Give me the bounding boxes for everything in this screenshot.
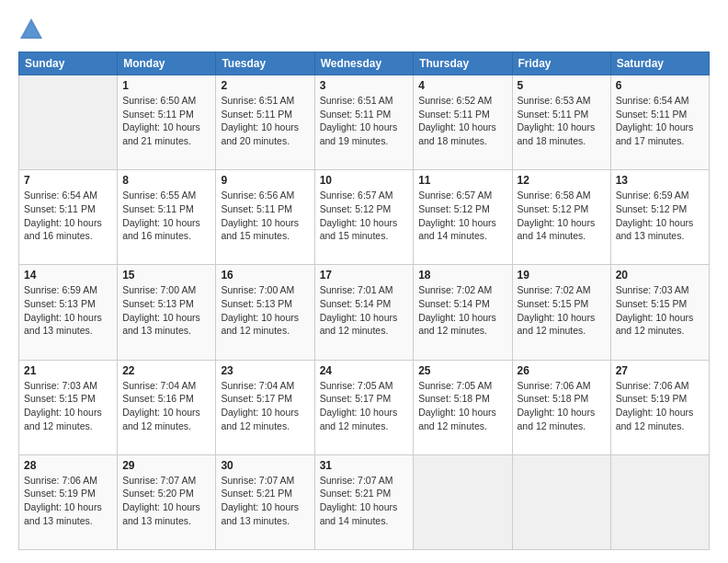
day-info: Sunrise: 7:01 AMSunset: 5:14 PMDaylight:… bbox=[320, 283, 409, 338]
day-cell bbox=[512, 454, 610, 549]
weekday-friday: Friday bbox=[512, 52, 610, 75]
page: SundayMondayTuesdayWednesdayThursdayFrid… bbox=[0, 0, 728, 563]
day-cell: 11Sunrise: 6:57 AMSunset: 5:12 PMDayligh… bbox=[414, 170, 512, 265]
day-info: Sunrise: 7:03 AMSunset: 5:15 PMDaylight:… bbox=[24, 379, 112, 433]
weekday-header-row: SundayMondayTuesdayWednesdayThursdayFrid… bbox=[19, 52, 710, 75]
weekday-tuesday: Tuesday bbox=[216, 52, 314, 75]
day-cell: 26Sunrise: 7:06 AMSunset: 5:18 PMDayligh… bbox=[512, 360, 610, 454]
day-number: 3 bbox=[320, 79, 409, 92]
day-info: Sunrise: 7:05 AMSunset: 5:18 PMDaylight:… bbox=[418, 379, 506, 433]
day-cell: 28Sunrise: 7:06 AMSunset: 5:19 PMDayligh… bbox=[19, 454, 118, 549]
week-row-5: 28Sunrise: 7:06 AMSunset: 5:19 PMDayligh… bbox=[19, 454, 710, 549]
day-number: 15 bbox=[122, 269, 210, 282]
day-number: 8 bbox=[122, 174, 210, 187]
day-number: 25 bbox=[418, 364, 506, 377]
day-info: Sunrise: 6:53 AMSunset: 5:11 PMDaylight:… bbox=[518, 94, 606, 148]
day-info: Sunrise: 6:54 AMSunset: 5:11 PMDaylight:… bbox=[24, 189, 112, 243]
day-info: Sunrise: 6:58 AMSunset: 5:12 PMDaylight:… bbox=[518, 189, 606, 243]
day-cell: 31Sunrise: 7:07 AMSunset: 5:21 PMDayligh… bbox=[314, 454, 414, 549]
day-cell: 30Sunrise: 7:07 AMSunset: 5:21 PMDayligh… bbox=[216, 454, 314, 549]
day-cell: 12Sunrise: 6:58 AMSunset: 5:12 PMDayligh… bbox=[512, 170, 610, 265]
day-info: Sunrise: 6:51 AMSunset: 5:11 PMDaylight:… bbox=[221, 94, 309, 148]
day-cell: 1Sunrise: 6:50 AMSunset: 5:11 PMDaylight… bbox=[118, 75, 216, 170]
day-number: 9 bbox=[221, 174, 309, 187]
day-cell: 10Sunrise: 6:57 AMSunset: 5:12 PMDayligh… bbox=[314, 170, 414, 265]
day-info: Sunrise: 6:57 AMSunset: 5:12 PMDaylight:… bbox=[418, 189, 506, 243]
day-info: Sunrise: 6:50 AMSunset: 5:11 PMDaylight:… bbox=[122, 94, 210, 148]
weekday-sunday: Sunday bbox=[19, 52, 118, 75]
day-number: 10 bbox=[320, 174, 409, 187]
day-info: Sunrise: 7:02 AMSunset: 5:15 PMDaylight:… bbox=[518, 283, 606, 338]
day-cell: 29Sunrise: 7:07 AMSunset: 5:20 PMDayligh… bbox=[118, 454, 216, 549]
day-info: Sunrise: 7:03 AMSunset: 5:15 PMDaylight:… bbox=[616, 283, 704, 338]
day-number: 23 bbox=[221, 364, 309, 377]
weekday-monday: Monday bbox=[118, 52, 216, 75]
day-cell: 16Sunrise: 7:00 AMSunset: 5:13 PMDayligh… bbox=[216, 265, 314, 360]
day-number: 26 bbox=[518, 364, 606, 377]
day-cell: 7Sunrise: 6:54 AMSunset: 5:11 PMDaylight… bbox=[19, 170, 118, 265]
day-cell: 3Sunrise: 6:51 AMSunset: 5:11 PMDaylight… bbox=[314, 75, 414, 170]
day-number: 22 bbox=[122, 364, 210, 377]
day-info: Sunrise: 7:00 AMSunset: 5:13 PMDaylight:… bbox=[221, 283, 309, 338]
day-cell: 14Sunrise: 6:59 AMSunset: 5:13 PMDayligh… bbox=[19, 265, 118, 360]
day-number: 17 bbox=[320, 269, 409, 282]
day-info: Sunrise: 7:04 AMSunset: 5:17 PMDaylight:… bbox=[221, 379, 309, 433]
day-number: 28 bbox=[24, 459, 112, 472]
day-number: 12 bbox=[518, 174, 606, 187]
day-cell: 25Sunrise: 7:05 AMSunset: 5:18 PMDayligh… bbox=[414, 360, 512, 454]
day-cell: 23Sunrise: 7:04 AMSunset: 5:17 PMDayligh… bbox=[216, 360, 314, 454]
day-cell: 8Sunrise: 6:55 AMSunset: 5:11 PMDaylight… bbox=[118, 170, 216, 265]
day-number: 30 bbox=[221, 459, 309, 472]
day-number: 16 bbox=[221, 269, 309, 282]
day-cell: 17Sunrise: 7:01 AMSunset: 5:14 PMDayligh… bbox=[314, 265, 414, 360]
logo bbox=[18, 17, 48, 42]
day-cell: 15Sunrise: 7:00 AMSunset: 5:13 PMDayligh… bbox=[118, 265, 216, 360]
day-info: Sunrise: 6:57 AMSunset: 5:12 PMDaylight:… bbox=[320, 189, 409, 243]
day-cell: 13Sunrise: 6:59 AMSunset: 5:12 PMDayligh… bbox=[610, 170, 709, 265]
day-number: 7 bbox=[24, 174, 112, 187]
day-info: Sunrise: 7:07 AMSunset: 5:21 PMDaylight:… bbox=[221, 474, 309, 528]
day-cell: 27Sunrise: 7:06 AMSunset: 5:19 PMDayligh… bbox=[610, 360, 709, 454]
day-info: Sunrise: 6:56 AMSunset: 5:11 PMDaylight:… bbox=[221, 189, 309, 243]
weekday-saturday: Saturday bbox=[610, 52, 709, 75]
day-number: 13 bbox=[616, 174, 704, 187]
day-info: Sunrise: 6:59 AMSunset: 5:13 PMDaylight:… bbox=[24, 283, 112, 338]
day-number: 19 bbox=[518, 269, 606, 282]
day-number: 6 bbox=[616, 79, 704, 92]
day-cell bbox=[19, 75, 118, 170]
day-cell: 19Sunrise: 7:02 AMSunset: 5:15 PMDayligh… bbox=[512, 265, 610, 360]
day-info: Sunrise: 7:05 AMSunset: 5:17 PMDaylight:… bbox=[320, 379, 409, 433]
day-info: Sunrise: 6:59 AMSunset: 5:12 PMDaylight:… bbox=[616, 189, 704, 243]
day-info: Sunrise: 6:55 AMSunset: 5:11 PMDaylight:… bbox=[122, 189, 210, 243]
day-cell: 22Sunrise: 7:04 AMSunset: 5:16 PMDayligh… bbox=[118, 360, 216, 454]
day-info: Sunrise: 7:04 AMSunset: 5:16 PMDaylight:… bbox=[122, 379, 210, 433]
day-cell: 6Sunrise: 6:54 AMSunset: 5:11 PMDaylight… bbox=[610, 75, 709, 170]
weekday-thursday: Thursday bbox=[414, 52, 512, 75]
day-cell: 4Sunrise: 6:52 AMSunset: 5:11 PMDaylight… bbox=[414, 75, 512, 170]
day-number: 5 bbox=[518, 79, 606, 92]
day-info: Sunrise: 6:54 AMSunset: 5:11 PMDaylight:… bbox=[616, 94, 704, 148]
day-number: 27 bbox=[616, 364, 704, 377]
day-number: 20 bbox=[616, 269, 704, 282]
logo-icon bbox=[18, 17, 44, 42]
day-cell: 20Sunrise: 7:03 AMSunset: 5:15 PMDayligh… bbox=[610, 265, 709, 360]
day-cell: 21Sunrise: 7:03 AMSunset: 5:15 PMDayligh… bbox=[19, 360, 118, 454]
calendar-table: SundayMondayTuesdayWednesdayThursdayFrid… bbox=[18, 52, 710, 550]
day-number: 29 bbox=[122, 459, 210, 472]
day-info: Sunrise: 7:06 AMSunset: 5:19 PMDaylight:… bbox=[24, 474, 112, 528]
day-number: 14 bbox=[24, 269, 112, 282]
week-row-2: 7Sunrise: 6:54 AMSunset: 5:11 PMDaylight… bbox=[19, 170, 710, 265]
day-cell bbox=[610, 454, 709, 549]
day-info: Sunrise: 7:00 AMSunset: 5:13 PMDaylight:… bbox=[122, 283, 210, 338]
day-info: Sunrise: 7:07 AMSunset: 5:21 PMDaylight:… bbox=[320, 474, 409, 528]
day-info: Sunrise: 7:06 AMSunset: 5:19 PMDaylight:… bbox=[616, 379, 704, 433]
day-number: 11 bbox=[418, 174, 506, 187]
weekday-wednesday: Wednesday bbox=[314, 52, 414, 75]
day-cell: 2Sunrise: 6:51 AMSunset: 5:11 PMDaylight… bbox=[216, 75, 314, 170]
header bbox=[18, 17, 710, 42]
week-row-1: 1Sunrise: 6:50 AMSunset: 5:11 PMDaylight… bbox=[19, 75, 710, 170]
day-number: 18 bbox=[418, 269, 506, 282]
day-number: 31 bbox=[320, 459, 409, 472]
day-info: Sunrise: 7:06 AMSunset: 5:18 PMDaylight:… bbox=[518, 379, 606, 433]
day-info: Sunrise: 7:07 AMSunset: 5:20 PMDaylight:… bbox=[122, 474, 210, 528]
